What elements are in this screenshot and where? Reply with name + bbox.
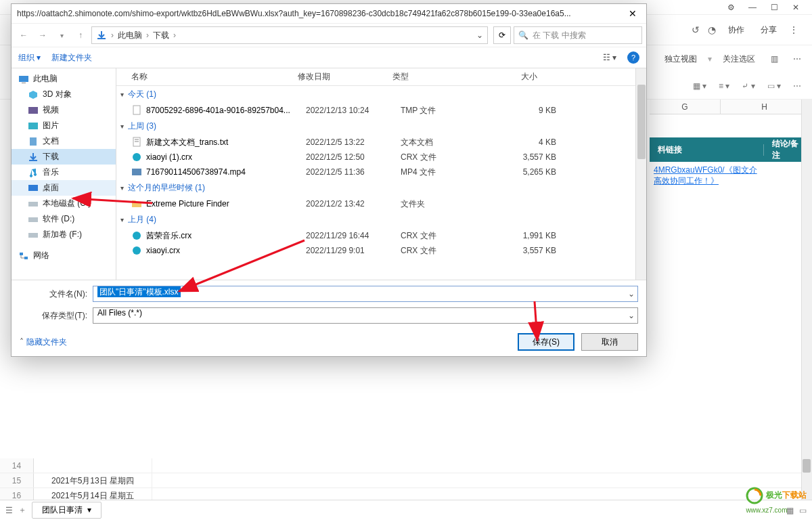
save-button[interactable]: 保存(S) xyxy=(518,333,574,351)
col-h[interactable]: H xyxy=(721,100,809,114)
table-row[interactable]: 152021年5月13日 星期四 xyxy=(0,473,812,488)
sidebar-item-pc[interactable]: 此电脑 xyxy=(12,71,116,87)
file-row[interactable]: xiaoyi.crx2022/11/29 9:01CRX 文件3,557 KB xyxy=(116,243,638,258)
file-row[interactable]: Extreme Picture Finder2022/12/2 13:42文件夹 xyxy=(116,196,638,211)
panel-icon[interactable]: ▥ xyxy=(766,54,782,64)
svg-rect-0 xyxy=(19,76,28,82)
sidebar-item-desktop[interactable]: 桌面 xyxy=(12,180,116,196)
add-tab-icon[interactable]: ＋ xyxy=(18,504,26,516)
dialog-actions: ˄ 隐藏文件夹 保存(S) 取消 xyxy=(12,332,646,356)
up-icon[interactable]: ↑ xyxy=(72,27,89,43)
col-date[interactable]: 修改日期 xyxy=(292,71,387,83)
clock-icon[interactable]: ◔ xyxy=(705,22,719,38)
sidebar-item-downloads[interactable]: 下载 xyxy=(12,149,116,165)
filetype-select[interactable]: All Files (*.*) ⌄ xyxy=(93,307,638,324)
new-folder-button[interactable]: 新建文件夹 xyxy=(51,52,92,64)
group-earlier[interactable]: 这个月的早些时候 (1) xyxy=(116,179,638,196)
file-row[interactable]: 茜荣音乐.crx2022/11/29 16:44CRX 文件1,991 KB xyxy=(116,228,638,243)
history-icon[interactable]: ↺ xyxy=(689,22,702,38)
menu-icon[interactable]: ☰ xyxy=(5,506,13,515)
folder-icon xyxy=(131,198,143,209)
col-g[interactable]: G xyxy=(650,100,721,114)
link-cell[interactable]: 4MRGbxauWFGk0/《图文介高效协同工作！》 xyxy=(650,162,812,189)
svg-rect-6 xyxy=(28,185,38,191)
date-cell[interactable]: 2021年5月14日 星期五 xyxy=(34,488,152,500)
col-size[interactable]: 大小 xyxy=(475,71,543,83)
maximize-icon[interactable]: ☐ xyxy=(763,1,785,14)
sidebar-item-ddisk[interactable]: 软件 (D:) xyxy=(12,211,116,227)
view-options-icon[interactable]: ☷ ▾ xyxy=(603,53,616,62)
row-number[interactable]: 15 xyxy=(0,473,34,488)
overflow-icon[interactable]: ⋯ xyxy=(793,81,801,91)
chevron-down-icon[interactable]: ⌄ xyxy=(628,311,635,320)
dots-icon[interactable]: ⋯ xyxy=(793,54,801,64)
table-row[interactable]: 162021年5月14日 星期五 xyxy=(0,488,812,500)
search-icon: 🔍 xyxy=(518,30,528,40)
date-cell[interactable] xyxy=(34,458,152,473)
filetype-label: 保存类型(T): xyxy=(20,310,87,322)
hide-folders-link[interactable]: 隐藏文件夹 xyxy=(26,337,67,348)
svg-rect-9 xyxy=(28,233,38,238)
col-name[interactable]: 名称 xyxy=(116,71,292,83)
chevron-down-icon[interactable]: ⌄ xyxy=(628,289,635,299)
sidebar-item-3d[interactable]: 3D 对象 xyxy=(12,87,116,102)
sidebar-item-video[interactable]: 视频 xyxy=(12,102,116,118)
svg-rect-7 xyxy=(28,202,38,207)
sidebar-item-music[interactable]: 音乐 xyxy=(12,165,116,180)
watermark: 极光下载站 www.xz7.com xyxy=(746,487,807,515)
close-icon[interactable]: ✕ xyxy=(625,8,641,19)
file-row[interactable]: 716790114506738974.mp42022/12/5 11:36MP4… xyxy=(116,165,638,179)
svg-rect-1 xyxy=(22,83,26,83)
merge-icon[interactable]: ▭ ▾ xyxy=(767,81,781,91)
breadcrumb[interactable]: › 此电脑 › 下载 › ⌄ xyxy=(91,26,488,44)
settings-icon[interactable]: ⚙ xyxy=(720,1,742,14)
desktop-icon xyxy=(28,183,39,193)
list-scrollbar[interactable] xyxy=(635,68,646,280)
col-type[interactable]: 类型 xyxy=(387,71,475,83)
align-icon[interactable]: ≡ ▾ xyxy=(719,81,729,91)
crumb-pc[interactable]: 此电脑 xyxy=(118,30,142,41)
crumb-dropdown-icon[interactable]: ⌄ xyxy=(476,30,483,40)
svg-rect-10 xyxy=(20,253,23,255)
view-mode-button[interactable]: 独立视图 xyxy=(664,53,697,65)
vertical-scrollbar[interactable] xyxy=(801,100,812,500)
sidebar-item-pictures[interactable]: 图片 xyxy=(12,118,116,133)
chevron-up-icon[interactable]: ˄ xyxy=(20,337,24,347)
border-icon[interactable]: ▦ ▾ xyxy=(693,81,706,91)
refresh-icon[interactable]: ⟳ xyxy=(493,26,511,44)
sheet-tab[interactable]: 团队日事清 ▾ xyxy=(32,502,102,519)
crumb-downloads[interactable]: 下载 xyxy=(153,30,169,41)
row-number[interactable]: 16 xyxy=(0,488,34,500)
sidebar-item-documents[interactable]: 文档 xyxy=(12,133,116,149)
help-icon[interactable]: ? xyxy=(627,51,639,64)
wrap-icon[interactable]: ⤶ ▾ xyxy=(742,81,754,91)
row-number[interactable]: 14 xyxy=(0,458,34,473)
collab-button[interactable]: 协作 xyxy=(721,22,751,39)
back-icon[interactable]: ← xyxy=(16,27,32,43)
forward-icon[interactable]: → xyxy=(35,27,51,43)
focus-button[interactable]: 关注选区 xyxy=(723,53,755,65)
group-today[interactable]: 今天 (1) xyxy=(116,86,638,103)
filename-input[interactable]: 团队"日事清"模板.xlsx ⌄ xyxy=(93,286,638,302)
minimize-icon[interactable]: — xyxy=(742,1,763,14)
cancel-button[interactable]: 取消 xyxy=(581,333,638,351)
file-row[interactable]: xiaoyi (1).crx2022/12/5 12:50CRX 文件3,557… xyxy=(116,150,638,165)
date-cell[interactable]: 2021年5月13日 星期四 xyxy=(34,473,152,488)
file-row[interactable]: 87005292-6896-401a-9016-89257b04...2022/… xyxy=(116,103,638,118)
recent-icon[interactable]: ▾ xyxy=(53,27,70,43)
organize-button[interactable]: 组织 ▾ xyxy=(18,52,41,64)
sidebar-item-cdisk[interactable]: 本地磁盘 (C:) xyxy=(12,196,116,211)
table-row[interactable]: 14 xyxy=(0,458,812,473)
share-button[interactable]: 分享 xyxy=(754,22,784,39)
search-input[interactable]: 🔍 在 下载 中搜索 xyxy=(514,26,642,44)
more-icon[interactable]: ⋮ xyxy=(786,22,801,38)
sidebar-item-fdisk[interactable]: 新加卷 (F:) xyxy=(12,227,116,242)
video-file-icon xyxy=(131,167,143,177)
sidebar-item-network[interactable]: 网络 xyxy=(12,248,116,263)
group-lastweek[interactable]: 上周 (3) xyxy=(116,118,638,135)
group-lastmonth[interactable]: 上月 (4) xyxy=(116,211,638,228)
text-file-icon xyxy=(131,137,143,148)
file-row[interactable]: 新建文本文档_trans.txt2022/12/5 13:22文本文档4 KB xyxy=(116,135,638,150)
header-link-cell: 料链接 xyxy=(650,144,764,156)
close-window-icon[interactable]: ✕ xyxy=(785,1,807,14)
